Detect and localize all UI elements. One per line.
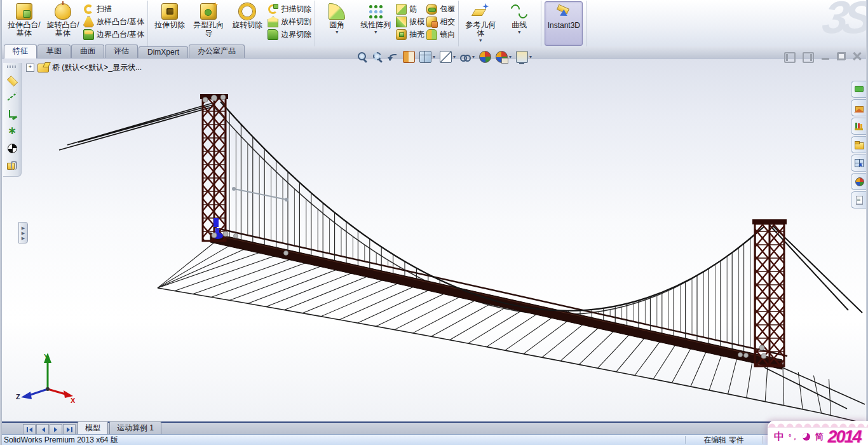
curves-icon	[511, 3, 527, 20]
ribbon-button-extruded-cut[interactable]: 拉伸切除	[151, 1, 188, 44]
ribbon-button-label: 圆角	[329, 21, 344, 29]
tab-dimxpert[interactable]: DimXpert	[139, 46, 188, 58]
ime-charset-toggle[interactable]: 简	[815, 431, 823, 442]
ribbon-button-boundary-cut[interactable]: 边界切除	[268, 29, 311, 40]
feature-tree-root[interactable]: + 桥 (默认<<默认>_显示状...	[26, 62, 142, 73]
model-tab-model[interactable]: 模型	[78, 421, 108, 435]
ribbon-button-rib[interactable]: 筋	[396, 4, 424, 15]
revolved-cut-icon	[239, 3, 255, 20]
hud-button-view-orientation[interactable]: ▾	[419, 51, 435, 63]
hud-button-apply-scene[interactable]: ▾	[496, 51, 512, 63]
ribbon-button-label: 线性阵列	[360, 21, 391, 29]
collapse-left-pane-button[interactable]	[784, 52, 796, 63]
axis-button[interactable]	[6, 91, 18, 102]
minimize-button[interactable]	[821, 52, 830, 60]
ime-language-toggle[interactable]: 中	[774, 430, 784, 444]
dropdown-arrow-icon[interactable]: ▾	[509, 54, 512, 60]
hud-button-previous-view[interactable]	[388, 51, 398, 62]
ribbon-button-instant3d[interactable]: Instant3D	[545, 1, 583, 46]
task-pane-tab-design-library[interactable]	[851, 118, 866, 135]
nav-first-button[interactable]	[23, 424, 36, 435]
featuremanager-splitter[interactable]: ▶▶▶	[18, 222, 28, 243]
tree-expander-icon[interactable]: +	[26, 64, 34, 72]
ribbon-button-curves[interactable]: 曲线▾	[501, 1, 538, 44]
draft-icon	[396, 17, 407, 27]
window-controls	[784, 52, 862, 63]
hud-button-zoom-to-area[interactable]	[372, 51, 383, 62]
ribbon-button-hole-wizard[interactable]: 异型孔向导	[190, 1, 227, 44]
dropdown-arrow-icon[interactable]: ▾	[453, 54, 456, 60]
task-pane-tab-resources-chat[interactable]	[851, 81, 866, 98]
ribbon-button-mirror[interactable]: 镜向	[426, 29, 455, 40]
ribbon-button-lofted-boss[interactable]: 放样凸台/基体	[83, 17, 144, 27]
tab-surfaces[interactable]: 曲面	[71, 44, 104, 58]
tab-sketch[interactable]: 草图	[37, 44, 71, 58]
ime-punctuation-toggle[interactable]: °，	[789, 432, 798, 442]
ribbon-button-label: 拉伸切除	[154, 21, 185, 29]
collapse-right-pane-button[interactable]	[803, 52, 814, 63]
ribbon-button-wrap[interactable]: 包覆	[426, 4, 455, 15]
dropdown-arrow-icon[interactable]: ▾	[472, 54, 475, 60]
ribbon-button-label: 拉伸凸台/基体	[6, 21, 43, 38]
ribbon-button-swept-cut[interactable]: 扫描切除	[268, 4, 311, 15]
plane-button[interactable]	[6, 74, 18, 85]
ribbon-button-label: 边界切除	[281, 29, 311, 40]
extruded-boss-icon	[16, 3, 32, 20]
dropdown-arrow-icon[interactable]: ▾	[518, 30, 520, 34]
hud-button-section-view[interactable]	[403, 51, 415, 63]
task-pane-tab-solidworks-resources[interactable]	[851, 99, 866, 116]
model-tab-motion-study-1[interactable]: 运动算例 1	[109, 421, 161, 435]
ribbon-button-intersect[interactable]: 相交	[426, 17, 455, 27]
task-pane-tab-appearances[interactable]	[851, 173, 866, 190]
hud-button-view-settings[interactable]: ▾	[516, 51, 532, 63]
boundary-cut-icon	[268, 29, 278, 40]
dropdown-arrow-icon[interactable]: ▾	[433, 54, 435, 60]
ribbon-button-revolved-boss[interactable]: 旋转凸台/基体	[44, 1, 81, 44]
ribbon-group: 拉伸切除异型孔向导旋转切除扫描切除放样切割边界切除	[148, 1, 315, 47]
ime-moon-icon[interactable]	[803, 433, 810, 441]
tab-features[interactable]: 特征	[4, 44, 37, 58]
3d-viewport[interactable]: Y Z X + 桥 (默认<<默认>_显示状... ∗ ▶▶▶	[2, 58, 866, 423]
ribbon-button-draft[interactable]: 拔模	[396, 17, 424, 27]
ime-toolbar[interactable]: 中 °， 简 2014	[768, 421, 868, 445]
ribbon-button-swept-boss[interactable]: 扫描	[83, 4, 144, 15]
restore-button[interactable]	[837, 52, 846, 60]
ribbon-button-revolved-cut[interactable]: 旋转切除	[229, 1, 266, 44]
hud-button-hide-show-items[interactable]: ▾	[460, 51, 475, 62]
hud-button-zoom-to-fit[interactable]	[357, 51, 368, 62]
dropdown-arrow-icon[interactable]: ▾	[479, 38, 482, 43]
task-pane-tab-file-explorer[interactable]	[851, 136, 866, 153]
reference-geometry-icon	[472, 3, 489, 20]
nav-last-button[interactable]	[63, 424, 76, 435]
hud-button-display-style[interactable]: ▾	[440, 51, 456, 63]
task-pane-tab-view-palette[interactable]	[851, 154, 866, 172]
tab-evaluate[interactable]: 评估	[105, 44, 138, 58]
instant3d-icon	[555, 4, 572, 20]
mate-reference-button[interactable]	[6, 160, 18, 171]
nav-previous-button[interactable]	[36, 424, 49, 435]
ribbon-button-fillet[interactable]: 圆角▾	[318, 1, 355, 44]
close-button[interactable]	[853, 52, 862, 60]
hud-button-edit-appearance[interactable]	[479, 51, 491, 63]
mirror-icon	[426, 29, 437, 40]
nav-next-button[interactable]	[50, 424, 62, 435]
point-button[interactable]: ∗	[6, 125, 18, 137]
window-frame-left	[0, 0, 2, 445]
ribbon-button-linear-pattern[interactable]: 线性阵列▾	[357, 1, 394, 44]
task-pane-tab-custom-properties[interactable]	[851, 191, 866, 209]
toolbar-grip[interactable]	[7, 65, 17, 68]
coordinate-system-button[interactable]	[6, 108, 18, 120]
ribbon-button-shell[interactable]: 抽壳	[396, 29, 424, 40]
dropdown-arrow-icon[interactable]: ▾	[529, 54, 532, 60]
ribbon-button-lofted-cut[interactable]: 放样切割	[268, 17, 311, 27]
ribbon-button-boundary-boss[interactable]: 边界凸台/基体	[83, 29, 144, 40]
ribbon-button-extruded-boss[interactable]: 拉伸凸台/基体	[6, 1, 43, 44]
linear-pattern-icon	[367, 3, 384, 20]
tab-office-products[interactable]: 办公室产品	[189, 44, 245, 58]
dropdown-arrow-icon[interactable]: ▾	[374, 30, 377, 34]
rib-icon	[396, 4, 407, 15]
center-of-mass-button[interactable]	[6, 142, 18, 154]
dropdown-arrow-icon[interactable]: ▾	[336, 30, 338, 34]
ribbon-button-label: 参考几何体	[462, 21, 499, 38]
ribbon-button-reference-geometry[interactable]: 参考几何体▾	[462, 1, 499, 44]
